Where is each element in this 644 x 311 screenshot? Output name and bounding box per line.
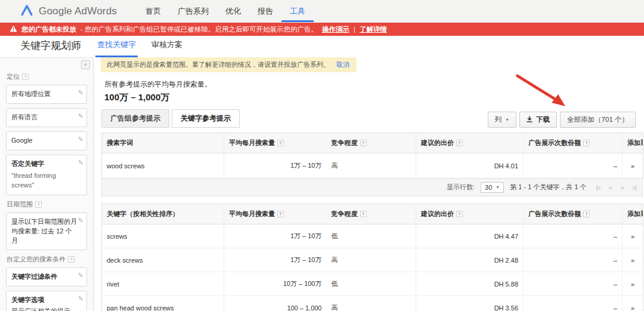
cell-bid: DH 2.48 xyxy=(416,248,524,272)
tab-find-keywords[interactable]: 查找关键字 xyxy=(95,39,138,57)
col-search-term: 搜索字词 xyxy=(102,133,224,153)
pagination-range: 第 1 - 1 个关键字，共 1 个 xyxy=(510,183,586,192)
chevron-down-icon: ▼ xyxy=(496,185,500,189)
col-avg-searches: 平均每月搜索量? xyxy=(224,204,327,224)
download-button[interactable]: 下载 xyxy=(519,112,557,128)
download-icon xyxy=(527,116,532,124)
keyword-filters-title: 关键字过滤条件 xyxy=(11,272,77,282)
nav-item-reports[interactable]: 报告 xyxy=(249,0,281,22)
notice-dismiss-link[interactable]: 取消 xyxy=(336,61,349,68)
edit-pencil-icon[interactable]: ✎ xyxy=(78,294,83,304)
edit-pencil-icon[interactable]: ✎ xyxy=(78,158,83,168)
col-suggested-bid: 建议的出价? xyxy=(416,133,524,153)
main-content: 此网页显示的是搜索量范围。要了解更详细的情况，请设置并投放广告系列。 取消 所有… xyxy=(94,57,644,311)
add-to-plan-button[interactable]: » xyxy=(623,248,643,272)
adwords-triangle-icon xyxy=(20,4,33,19)
nav-item-opportunities[interactable]: 优化 xyxy=(217,0,249,22)
cell-competition: 高 xyxy=(327,296,416,311)
warning-icon xyxy=(10,25,17,33)
cell-bid: DH 3.56 xyxy=(416,296,524,311)
pagination-bar: 显示行数: 30 ▼ 第 1 - 1 个关键字，共 1 个 |< < > >| xyxy=(101,178,643,196)
first-page-icon[interactable]: |< xyxy=(596,184,600,191)
cell-share: – xyxy=(524,272,623,296)
add-to-plan-button[interactable]: » xyxy=(623,272,643,296)
cell-share: – xyxy=(524,248,623,272)
results-toolbar: 广告组参考提示 关键字参考提示 列 ▼ 下载 全部添加（701 个） xyxy=(101,109,644,128)
help-icon[interactable]: ? xyxy=(583,211,590,217)
col-add-to-plan: 添加到方案 xyxy=(623,133,643,153)
help-icon[interactable]: ? xyxy=(68,256,75,263)
add-to-plan-button[interactable]: » xyxy=(623,153,643,178)
keyword-ideas-table: 关键字（按相关性排序） 平均每月搜索量? 竞争程度? 建议的出价? 广告展示次数… xyxy=(101,204,643,311)
help-icon[interactable]: ? xyxy=(277,140,284,146)
table-row: deck screws 1万 – 10万 高 DH 2.48 – » xyxy=(102,248,643,272)
cell-searches: 10万 – 100万 xyxy=(224,272,327,296)
table-row: pan head wood screws 100 – 1,000 高 DH 3.… xyxy=(102,296,643,311)
help-icon[interactable]: ? xyxy=(360,140,367,146)
cell-keyword: screws xyxy=(102,224,224,248)
help-icon[interactable]: ? xyxy=(277,211,284,217)
cell-bid: DH 4.47 xyxy=(416,224,524,248)
sidebar-collapse-button[interactable]: « xyxy=(81,60,90,69)
chevron-down-icon: ▼ xyxy=(505,118,509,122)
cell-share: – xyxy=(524,296,623,311)
keyword-filters-box: 关键字过滤条件 ✎ xyxy=(6,267,87,287)
edit-pencil-icon[interactable]: ✎ xyxy=(78,271,83,281)
col-impr-share: 广告展示次数份额? xyxy=(524,133,623,153)
network-box: Google ✎ xyxy=(6,131,87,150)
languages-box: 所有语言 ✎ xyxy=(6,108,87,127)
help-icon[interactable]: ? xyxy=(456,140,463,146)
edit-pencil-icon[interactable]: ✎ xyxy=(78,112,83,121)
page-title: 关键字规划师 xyxy=(20,39,81,53)
double-chevron-icon: » xyxy=(631,304,634,311)
alert-demo-link[interactable]: 操作演示 xyxy=(322,25,349,34)
edit-pencil-icon[interactable]: ✎ xyxy=(78,88,83,98)
table-row: rivet 10万 – 100万 低 DH 5.88 – » xyxy=(102,272,643,296)
double-chevron-icon: » xyxy=(631,162,634,170)
col-competition: 竞争程度? xyxy=(327,133,416,153)
nav-item-tools[interactable]: 工具 xyxy=(281,0,314,22)
tab-keyword-ideas[interactable]: 关键字参考提示 xyxy=(172,109,240,128)
help-icon[interactable]: ? xyxy=(22,73,29,80)
edit-pencil-icon[interactable]: ✎ xyxy=(78,135,83,144)
cell-searches: 1万 – 10万 xyxy=(224,224,327,248)
tab-adgroup-ideas[interactable]: 广告组参考提示 xyxy=(101,109,169,128)
rows-per-page-label: 显示行数: xyxy=(447,183,475,192)
edit-pencil-icon[interactable]: ✎ xyxy=(78,216,83,226)
sidebar: « 定位? 所有地理位置 ✎ 所有语言 ✎ Google ✎ 否定关键字 "th… xyxy=(0,57,94,311)
help-icon[interactable]: ? xyxy=(456,211,463,217)
alert-learn-more-link[interactable]: 了解详情 xyxy=(360,25,387,34)
help-icon[interactable]: ? xyxy=(583,140,590,146)
col-add-to-plan: 添加到方案 xyxy=(623,204,643,224)
cell-competition: 低 xyxy=(327,272,416,296)
add-to-plan-button[interactable]: » xyxy=(623,296,643,311)
cell-competition: 高 xyxy=(327,153,416,178)
add-to-plan-button[interactable]: » xyxy=(623,224,643,248)
date-range-box: 显示以下日期范围的月均搜索量: 过去 12 个月 ✎ xyxy=(6,213,87,251)
columns-button[interactable]: 列 ▼ xyxy=(488,112,516,128)
last-page-icon[interactable]: >| xyxy=(632,184,636,191)
summary-caption: 所有参考提示的平均每月搜索量。 xyxy=(104,79,644,90)
help-icon[interactable]: ? xyxy=(360,211,367,217)
rows-per-page-select[interactable]: 30 ▼ xyxy=(481,182,504,193)
adwords-logo[interactable]: Google AdWords xyxy=(20,0,117,22)
nav-item-campaigns[interactable]: 广告系列 xyxy=(169,0,217,22)
cell-bid: DH 4.01 xyxy=(416,153,524,178)
help-icon[interactable]: ? xyxy=(35,201,42,208)
table-row: screws 1万 – 10万 低 DH 4.47 – » xyxy=(102,224,643,248)
keyword-options-line: 显示广泛相关的提示 xyxy=(11,307,77,311)
next-page-icon[interactable]: > xyxy=(620,184,623,191)
cell-searches: 1万 – 10万 xyxy=(224,248,327,272)
col-keyword-by-relevance: 关键字（按相关性排序） xyxy=(102,204,224,224)
alert-message: - 您的广告系列和广告组已暂停或已被移除。启用之后即可开始展示您的广告。 xyxy=(80,25,318,34)
cell-share: – xyxy=(524,153,623,178)
nav-item-home[interactable]: 首页 xyxy=(137,0,169,22)
add-all-button[interactable]: 全部添加（701 个） xyxy=(560,112,636,128)
planner-tabs: 查找关键字 审核方案 xyxy=(95,39,196,57)
tab-review-plan[interactable]: 审核方案 xyxy=(150,39,184,57)
cell-competition: 高 xyxy=(327,248,416,272)
negative-keywords-box: 否定关键字 "thread forming screws" ✎ xyxy=(6,155,87,195)
prev-page-icon[interactable]: < xyxy=(609,184,612,191)
cell-competition: 低 xyxy=(327,224,416,248)
languages-value: 所有语言 xyxy=(11,113,38,121)
